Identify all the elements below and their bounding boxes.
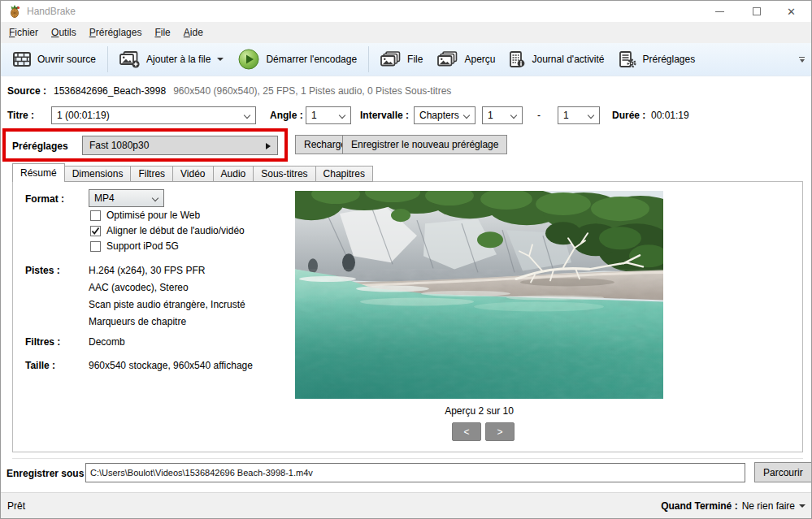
log-document-icon xyxy=(510,51,525,67)
queue-label: File xyxy=(407,54,423,65)
toolbar: Ouvrir source Ajouter à la file xyxy=(1,43,811,76)
angle-select[interactable]: 1 xyxy=(306,106,351,124)
queue-button[interactable]: File xyxy=(373,45,430,74)
add-to-queue-label: Ajouter à la file xyxy=(146,54,211,65)
add-picture-icon xyxy=(119,51,140,68)
start-encode-label: Démarrer l'encodage xyxy=(266,54,357,65)
maximize-icon xyxy=(753,7,761,15)
panel-bottom-line xyxy=(12,458,803,459)
filters-label: Filtres : xyxy=(25,336,60,348)
menu-prereglages[interactable]: Préréglages xyxy=(83,22,149,43)
track-line: AAC (avcodec), Stereo xyxy=(89,282,189,293)
source-details: 960x540 (960x540), 25 FPS, 1 Pistes audi… xyxy=(173,85,451,97)
range-label: Intervalle : xyxy=(360,110,409,121)
start-encode-button[interactable]: Démarrer l'encodage xyxy=(231,45,364,74)
preset-dropdown[interactable]: Fast 1080p30 xyxy=(82,136,278,155)
menu-file[interactable]: File xyxy=(148,22,176,43)
preset-label: Préréglages xyxy=(12,141,68,152)
play-icon xyxy=(238,49,259,70)
title-select[interactable]: 1 (00:01:19) xyxy=(51,106,256,124)
range-from-value: 1 xyxy=(488,110,493,121)
preview-next-button[interactable]: > xyxy=(485,422,515,441)
minimize-button[interactable] xyxy=(701,1,738,22)
angle-label: Angle : xyxy=(270,110,303,121)
checkbox-label: Support iPod 5G xyxy=(106,240,179,252)
size-value: 960x540 stockage, 960x540 affichage xyxy=(89,360,253,371)
tab-sous-titres[interactable]: Sous-titres xyxy=(253,166,315,182)
chevron-down-icon xyxy=(217,58,224,61)
save-new-preset-button[interactable]: Enregistrer le nouveau préréglage xyxy=(342,135,507,154)
checkbox-ipod-5g[interactable]: Support iPod 5G xyxy=(90,240,179,253)
preview-image xyxy=(295,191,663,399)
source-label: Source : xyxy=(7,85,46,97)
activity-log-label: Journal d'activité xyxy=(532,54,604,65)
filters-value: Decomb xyxy=(89,336,125,348)
when-done-value: Ne rien faire xyxy=(742,500,795,512)
toolbar-separator xyxy=(368,46,369,72)
range-to-select[interactable]: 1 xyxy=(558,106,600,124)
chevron-down-icon xyxy=(244,112,250,119)
range-dash: - xyxy=(537,110,541,121)
open-source-button[interactable]: Ouvrir source xyxy=(6,45,103,74)
range-type-value: Chapters xyxy=(419,110,459,121)
checkbox-box[interactable] xyxy=(90,226,101,236)
open-source-label: Ouvrir source xyxy=(37,54,96,65)
tab-strip: Résumé Dimensions Filtres Vidéo Audio So… xyxy=(12,163,372,182)
close-button[interactable]: ✕ xyxy=(773,1,810,22)
checkbox-align-av-start[interactable]: Aligner le début de l'audio/vidéo xyxy=(90,224,245,237)
track-line: H.264 (x264), 30 FPS PFR xyxy=(89,265,205,276)
activity-log-button[interactable]: Journal d'activité xyxy=(502,45,611,74)
preview-label: Aperçu xyxy=(464,54,495,65)
checkbox-box[interactable] xyxy=(90,210,101,221)
menu-outils[interactable]: Outils xyxy=(45,22,83,43)
toolbar-overflow-button[interactable] xyxy=(799,57,805,63)
add-to-queue-button[interactable]: Ajouter à la file xyxy=(112,45,231,74)
title-label: Titre : xyxy=(7,110,34,121)
maximize-button[interactable] xyxy=(738,1,775,22)
chevron-down-icon xyxy=(799,504,805,508)
when-done-label: Quand Terminé : xyxy=(661,500,737,512)
handbrake-window: HandBrake ✕ Fichier Outils Préréglages F… xyxy=(0,0,812,519)
browse-button[interactable]: Parcourir xyxy=(754,462,812,482)
chevron-down-icon xyxy=(152,195,158,201)
menu-aide[interactable]: Aide xyxy=(177,22,210,43)
checkbox-label: Optimisé pour le Web xyxy=(106,210,200,221)
save-as-label: Enregistrer sous : xyxy=(7,468,90,479)
chevron-down-icon xyxy=(510,112,517,119)
duration-value: 00:01:19 xyxy=(651,110,689,121)
angle-select-value: 1 xyxy=(311,110,317,121)
chevron-down-icon xyxy=(588,112,594,119)
menu-fichier[interactable]: Fichier xyxy=(2,22,45,43)
chevron-down-icon xyxy=(339,112,345,119)
range-type-select[interactable]: Chapters xyxy=(414,106,475,124)
tab-audio[interactable]: Audio xyxy=(213,166,254,182)
tab-chapitres[interactable]: Chapitres xyxy=(315,166,373,182)
minimize-icon xyxy=(715,11,724,12)
tab-dimensions[interactable]: Dimensions xyxy=(64,166,132,182)
presets-gear-document-icon xyxy=(619,51,636,67)
checkbox-label: Aligner le début de l'audio/vidéo xyxy=(106,225,245,236)
chevron-right-icon xyxy=(266,143,271,149)
preview-button[interactable]: Aperçu xyxy=(430,45,502,74)
source-row: Source : 1536842696_Beach-3998 960x540 (… xyxy=(7,85,451,97)
range-from-select[interactable]: 1 xyxy=(482,106,523,124)
check-icon xyxy=(91,227,100,236)
window-title: HandBrake xyxy=(27,6,76,17)
save-path-input[interactable] xyxy=(85,463,745,482)
preview-prev-button[interactable]: < xyxy=(452,422,481,441)
tracks-label: Pistes : xyxy=(25,265,60,276)
menu-bar: Fichier Outils Préréglages File Aide xyxy=(1,22,811,43)
format-select[interactable]: MP4 xyxy=(89,189,164,207)
range-to-value: 1 xyxy=(563,110,569,121)
handbrake-logo-icon xyxy=(8,5,21,18)
tab-filtres[interactable]: Filtres xyxy=(130,166,173,182)
checkbox-web-optimized[interactable]: Optimisé pour le Web xyxy=(90,209,200,222)
checkbox-box[interactable] xyxy=(90,241,101,252)
tab-resume[interactable]: Résumé xyxy=(12,163,65,182)
when-done-dropdown[interactable]: Quand Terminé : Ne rien faire xyxy=(661,500,805,512)
duration-label: Durée : xyxy=(612,110,645,121)
presets-button[interactable]: Préréglages xyxy=(612,45,703,74)
track-line: Marqueurs de chapitre xyxy=(89,316,186,327)
source-name: 1536842696_Beach-3998 xyxy=(54,85,166,97)
tab-video[interactable]: Vidéo xyxy=(172,166,213,182)
